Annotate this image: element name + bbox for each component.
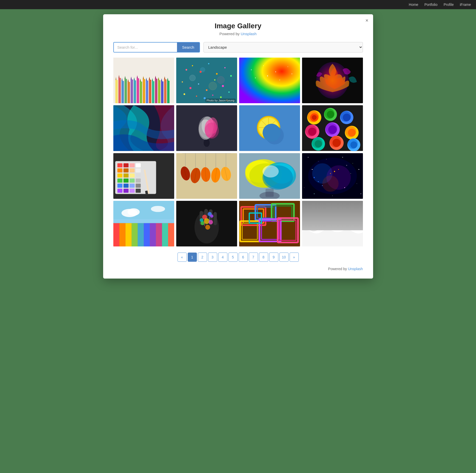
gallery-item[interactable] — [239, 105, 300, 151]
svg-rect-139 — [129, 163, 134, 167]
svg-point-189 — [357, 183, 357, 184]
svg-point-40 — [192, 65, 193, 66]
svg-point-204 — [314, 193, 314, 194]
pencils-image — [113, 58, 174, 103]
pagination-page-9[interactable]: 9 — [269, 253, 278, 262]
orientation-select[interactable]: Landscape Portrait Square — [203, 42, 363, 52]
search-row: Search Landscape Portrait Square — [113, 42, 363, 52]
gallery-item[interactable] — [302, 105, 363, 151]
pagination-page-7[interactable]: 7 — [249, 253, 258, 262]
svg-rect-13 — [152, 81, 154, 103]
svg-rect-146 — [135, 168, 141, 172]
nav-iframe[interactable]: iFrame — [460, 3, 471, 7]
svg-rect-7 — [133, 80, 136, 103]
svg-rect-127 — [117, 163, 122, 167]
svg-point-42 — [208, 63, 209, 64]
gallery-item[interactable] — [176, 201, 237, 246]
gallery-item[interactable] — [176, 153, 237, 199]
svg-point-99 — [312, 115, 317, 120]
pagination-prev[interactable]: « — [178, 253, 187, 262]
gallery-item[interactable] — [113, 58, 174, 103]
gallery-item[interactable] — [239, 201, 300, 246]
modal-overlay: × Image Gallery Powered by Unsplash Sear… — [0, 9, 476, 473]
pagination-page-5[interactable]: 5 — [228, 253, 238, 262]
svg-point-57 — [220, 96, 222, 98]
svg-point-191 — [304, 187, 304, 188]
gallery-item[interactable] — [302, 58, 363, 103]
svg-point-182 — [308, 157, 308, 157]
modal-footer: Powered by Unsplash — [113, 267, 363, 271]
pagination-page-6[interactable]: 6 — [239, 253, 248, 262]
svg-rect-12 — [149, 80, 151, 103]
nav-home[interactable]: Home — [409, 3, 418, 7]
modal-close-button[interactable]: × — [365, 18, 369, 23]
svg-rect-131 — [117, 183, 122, 188]
svg-rect-128 — [117, 168, 122, 172]
gallery-item[interactable] — [113, 105, 174, 151]
svg-point-200 — [322, 185, 323, 186]
svg-point-114 — [348, 129, 356, 137]
svg-rect-3 — [121, 81, 124, 103]
fire-image — [302, 58, 363, 103]
stars-image — [302, 153, 363, 199]
svg-point-68 — [255, 77, 256, 78]
pagination-page-2[interactable]: 2 — [198, 253, 207, 262]
search-input[interactable] — [114, 43, 177, 52]
nav-portfolio[interactable]: Portfolio — [424, 3, 437, 7]
svg-rect-136 — [123, 178, 128, 182]
svg-rect-8 — [137, 78, 139, 103]
svg-point-177 — [262, 165, 279, 177]
svg-rect-150 — [135, 189, 141, 193]
svg-point-205 — [332, 195, 333, 196]
unsplash-link-footer[interactable]: Unsplash — [348, 267, 363, 271]
svg-point-235 — [200, 218, 203, 222]
svg-point-45 — [230, 75, 232, 77]
svg-rect-227 — [213, 212, 217, 225]
svg-rect-179 — [265, 189, 274, 197]
svg-rect-145 — [135, 163, 141, 167]
pagination-page-4[interactable]: 4 — [218, 253, 227, 262]
gallery-item[interactable] — [113, 153, 174, 199]
svg-rect-63 — [239, 58, 300, 103]
rainbow-image — [239, 58, 300, 103]
gallery-item[interactable]: Photo by Jason Leung — [176, 58, 237, 103]
gallery-item[interactable] — [302, 153, 363, 199]
pagination-page-10[interactable]: 10 — [279, 253, 289, 262]
svg-point-94 — [263, 124, 280, 142]
svg-rect-221 — [168, 223, 174, 246]
svg-point-48 — [198, 83, 199, 85]
gallery-item[interactable] — [113, 201, 174, 246]
unsplash-link-header[interactable]: Unsplash — [241, 32, 257, 36]
svg-point-46 — [182, 81, 183, 83]
svg-point-102 — [327, 111, 334, 118]
svg-rect-5 — [127, 82, 130, 103]
svg-point-203 — [344, 187, 345, 188]
powder-image — [239, 153, 300, 199]
svg-rect-11 — [146, 81, 148, 103]
search-button[interactable]: Search — [177, 43, 199, 52]
svg-rect-213 — [119, 223, 125, 246]
pagination-next[interactable]: » — [290, 253, 299, 262]
svg-point-83 — [205, 123, 219, 139]
svg-rect-6 — [130, 80, 133, 103]
pagination-page-1[interactable]: 1 — [188, 253, 197, 262]
svg-point-194 — [322, 175, 338, 192]
gallery-item[interactable] — [239, 153, 300, 199]
svg-point-71 — [291, 73, 292, 74]
gallery-item[interactable] — [176, 105, 237, 151]
svg-point-49 — [206, 89, 207, 91]
svg-point-61 — [200, 67, 205, 72]
svg-point-65 — [263, 65, 264, 66]
nav-profile[interactable]: Profile — [444, 3, 454, 7]
gallery-item[interactable] — [302, 201, 363, 246]
top-navigation: Home Portfolio Profile iFrame — [0, 0, 476, 9]
gallery-item[interactable] — [239, 58, 300, 103]
search-input-wrapper: Search — [113, 42, 200, 52]
svg-point-234 — [210, 214, 213, 218]
svg-point-44 — [224, 67, 225, 68]
pagination-page-3[interactable]: 3 — [208, 253, 217, 262]
svg-point-66 — [275, 71, 276, 72]
svg-point-67 — [288, 67, 288, 67]
svg-rect-219 — [156, 223, 162, 246]
pagination-page-8[interactable]: 8 — [259, 253, 268, 262]
